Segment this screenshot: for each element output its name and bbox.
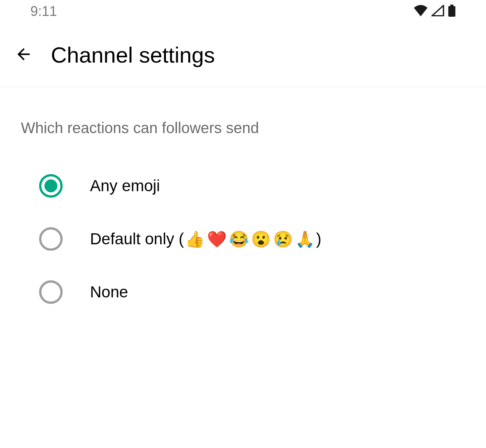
header: Channel settings [0, 23, 486, 87]
option-default-only[interactable]: Default only (👍❤️😂😮😢🙏) [39, 212, 465, 266]
radio-label: Any emoji [90, 177, 160, 195]
radio-group: Any emoji Default only (👍❤️😂😮😢🙏) None [21, 159, 465, 319]
radio-button [39, 174, 63, 198]
page-title: Channel settings [51, 42, 215, 68]
content: Which reactions can followers send Any e… [0, 87, 486, 319]
laughing-emoji: 😂 [229, 230, 249, 248]
radio-button [39, 227, 63, 251]
svg-rect-0 [450, 5, 453, 6]
back-button[interactable] [11, 43, 36, 67]
arrow-left-icon [14, 45, 33, 65]
praying-emoji: 🙏 [295, 230, 315, 248]
radio-button [39, 280, 63, 304]
thumbs-up-emoji: 👍 [185, 230, 205, 248]
battery-icon [448, 5, 456, 18]
status-icons [414, 5, 456, 18]
heart-emoji: ❤️ [207, 230, 227, 248]
radio-label: None [90, 283, 128, 301]
wifi-icon [414, 5, 428, 18]
status-bar: 9:11 [0, 0, 486, 23]
status-time: 9:11 [30, 3, 57, 19]
option-any-emoji[interactable]: Any emoji [39, 159, 465, 212]
crying-emoji: 😢 [273, 230, 293, 248]
surprised-emoji: 😮 [251, 230, 271, 248]
option-none[interactable]: None [39, 266, 465, 319]
section-title: Which reactions can followers send [21, 119, 465, 137]
signal-icon [431, 5, 444, 18]
radio-label: Default only (👍❤️😂😮😢🙏) [90, 230, 321, 248]
svg-rect-1 [448, 6, 456, 17]
